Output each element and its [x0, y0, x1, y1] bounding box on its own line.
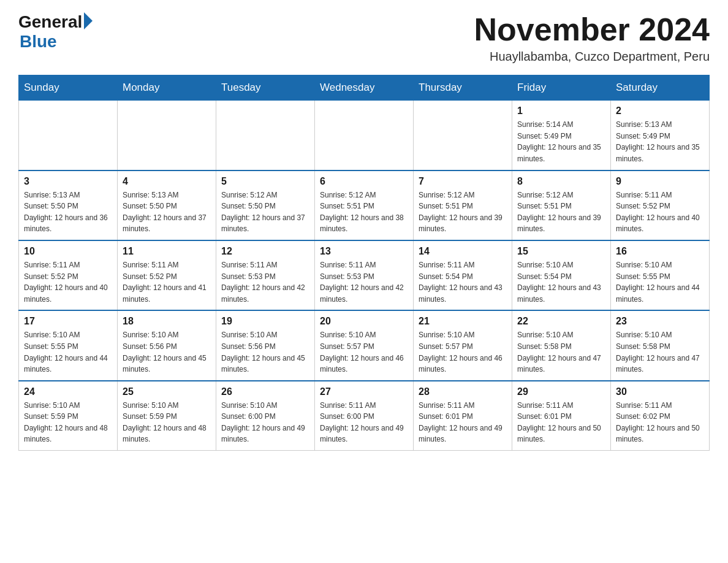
- day-info: Sunrise: 5:11 AM Sunset: 5:52 PM Dayligh…: [123, 259, 211, 305]
- day-info: Sunrise: 5:11 AM Sunset: 5:54 PM Dayligh…: [419, 259, 507, 305]
- table-row: 28Sunrise: 5:11 AM Sunset: 6:01 PM Dayli…: [414, 381, 512, 451]
- day-info: Sunrise: 5:10 AM Sunset: 6:00 PM Dayligh…: [221, 400, 309, 445]
- header-wednesday: Wednesday: [315, 75, 414, 101]
- day-number: 11: [123, 246, 211, 257]
- table-row: 17Sunrise: 5:10 AM Sunset: 5:55 PM Dayli…: [19, 310, 118, 380]
- day-info: Sunrise: 5:11 AM Sunset: 5:52 PM Dayligh…: [616, 190, 704, 235]
- day-info: Sunrise: 5:14 AM Sunset: 5:49 PM Dayligh…: [517, 119, 605, 164]
- day-number: 5: [221, 176, 309, 187]
- table-row: 20Sunrise: 5:10 AM Sunset: 5:57 PM Dayli…: [315, 310, 414, 380]
- table-row: 21Sunrise: 5:10 AM Sunset: 5:57 PM Dayli…: [414, 310, 512, 380]
- table-row: 18Sunrise: 5:10 AM Sunset: 5:56 PM Dayli…: [118, 310, 216, 380]
- table-row: 24Sunrise: 5:10 AM Sunset: 5:59 PM Dayli…: [19, 381, 118, 451]
- table-row: [414, 101, 512, 170]
- day-info: Sunrise: 5:10 AM Sunset: 5:55 PM Dayligh…: [616, 259, 704, 305]
- day-info: Sunrise: 5:11 AM Sunset: 5:53 PM Dayligh…: [320, 259, 408, 305]
- page-header: General Blue November 2024 Huayllabamba,…: [18, 12, 710, 64]
- table-row: 19Sunrise: 5:10 AM Sunset: 5:56 PM Dayli…: [216, 310, 315, 380]
- table-row: 9Sunrise: 5:11 AM Sunset: 5:52 PM Daylig…: [611, 170, 710, 240]
- day-number: 16: [616, 246, 704, 257]
- day-info: Sunrise: 5:10 AM Sunset: 5:55 PM Dayligh…: [24, 329, 112, 375]
- table-row: [216, 101, 315, 170]
- day-number: 22: [517, 316, 605, 327]
- table-row: 7Sunrise: 5:12 AM Sunset: 5:51 PM Daylig…: [414, 170, 512, 240]
- day-number: 4: [123, 176, 211, 187]
- day-number: 27: [320, 386, 408, 397]
- day-number: 10: [24, 246, 112, 257]
- header-thursday: Thursday: [414, 75, 512, 101]
- day-number: 13: [320, 246, 408, 257]
- day-number: 25: [123, 386, 211, 397]
- day-info: Sunrise: 5:12 AM Sunset: 5:51 PM Dayligh…: [320, 190, 408, 235]
- table-row: 11Sunrise: 5:11 AM Sunset: 5:52 PM Dayli…: [118, 240, 216, 310]
- table-row: 22Sunrise: 5:10 AM Sunset: 5:58 PM Dayli…: [512, 310, 611, 380]
- day-info: Sunrise: 5:12 AM Sunset: 5:51 PM Dayligh…: [419, 190, 507, 235]
- logo-blue-text: Blue: [20, 32, 57, 52]
- day-info: Sunrise: 5:12 AM Sunset: 5:51 PM Dayligh…: [517, 190, 605, 235]
- day-number: 17: [24, 316, 112, 327]
- table-row: 6Sunrise: 5:12 AM Sunset: 5:51 PM Daylig…: [315, 170, 414, 240]
- day-number: 21: [419, 316, 507, 327]
- day-number: 23: [616, 316, 704, 327]
- table-row: [118, 101, 216, 170]
- header-friday: Friday: [512, 75, 611, 101]
- table-row: 29Sunrise: 5:11 AM Sunset: 6:01 PM Dayli…: [512, 381, 611, 451]
- day-number: 24: [24, 386, 112, 397]
- table-row: 13Sunrise: 5:11 AM Sunset: 5:53 PM Dayli…: [315, 240, 414, 310]
- day-info: Sunrise: 5:10 AM Sunset: 5:59 PM Dayligh…: [123, 400, 211, 445]
- logo: General Blue: [18, 12, 93, 52]
- table-row: [315, 101, 414, 170]
- logo-triangle-icon: [84, 12, 93, 29]
- day-number: 19: [221, 316, 309, 327]
- day-info: Sunrise: 5:13 AM Sunset: 5:49 PM Dayligh…: [616, 119, 704, 164]
- calendar-week-row: 10Sunrise: 5:11 AM Sunset: 5:52 PM Dayli…: [19, 240, 710, 310]
- calendar-week-row: 17Sunrise: 5:10 AM Sunset: 5:55 PM Dayli…: [19, 310, 710, 380]
- day-info: Sunrise: 5:13 AM Sunset: 5:50 PM Dayligh…: [24, 190, 112, 235]
- day-info: Sunrise: 5:10 AM Sunset: 5:57 PM Dayligh…: [419, 329, 507, 375]
- table-row: [19, 101, 118, 170]
- day-number: 8: [517, 176, 605, 187]
- day-info: Sunrise: 5:11 AM Sunset: 6:01 PM Dayligh…: [419, 400, 507, 445]
- day-info: Sunrise: 5:10 AM Sunset: 5:56 PM Dayligh…: [221, 329, 309, 375]
- calendar-table: Sunday Monday Tuesday Wednesday Thursday…: [18, 75, 710, 451]
- day-info: Sunrise: 5:11 AM Sunset: 6:00 PM Dayligh…: [320, 400, 408, 445]
- header-saturday: Saturday: [611, 75, 710, 101]
- day-info: Sunrise: 5:10 AM Sunset: 5:57 PM Dayligh…: [320, 329, 408, 375]
- day-info: Sunrise: 5:10 AM Sunset: 5:58 PM Dayligh…: [517, 329, 605, 375]
- day-number: 14: [419, 246, 507, 257]
- calendar-header-row: Sunday Monday Tuesday Wednesday Thursday…: [19, 75, 710, 101]
- day-info: Sunrise: 5:12 AM Sunset: 5:50 PM Dayligh…: [221, 190, 309, 235]
- day-number: 7: [419, 176, 507, 187]
- day-number: 20: [320, 316, 408, 327]
- table-row: 30Sunrise: 5:11 AM Sunset: 6:02 PM Dayli…: [611, 381, 710, 451]
- table-row: 4Sunrise: 5:13 AM Sunset: 5:50 PM Daylig…: [118, 170, 216, 240]
- day-info: Sunrise: 5:10 AM Sunset: 5:59 PM Dayligh…: [24, 400, 112, 445]
- day-number: 28: [419, 386, 507, 397]
- table-row: 16Sunrise: 5:10 AM Sunset: 5:55 PM Dayli…: [611, 240, 710, 310]
- table-row: 27Sunrise: 5:11 AM Sunset: 6:00 PM Dayli…: [315, 381, 414, 451]
- day-info: Sunrise: 5:11 AM Sunset: 5:53 PM Dayligh…: [221, 259, 309, 305]
- day-info: Sunrise: 5:10 AM Sunset: 5:58 PM Dayligh…: [616, 329, 704, 375]
- title-area: November 2024 Huayllabamba, Cuzco Depart…: [474, 12, 710, 64]
- day-info: Sunrise: 5:11 AM Sunset: 6:01 PM Dayligh…: [517, 400, 605, 445]
- table-row: 25Sunrise: 5:10 AM Sunset: 5:59 PM Dayli…: [118, 381, 216, 451]
- table-row: 2Sunrise: 5:13 AM Sunset: 5:49 PM Daylig…: [611, 101, 710, 170]
- day-number: 12: [221, 246, 309, 257]
- calendar-week-row: 24Sunrise: 5:10 AM Sunset: 5:59 PM Dayli…: [19, 381, 710, 451]
- logo-general-text: General: [18, 12, 82, 32]
- day-number: 6: [320, 176, 408, 187]
- day-number: 15: [517, 246, 605, 257]
- day-info: Sunrise: 5:13 AM Sunset: 5:50 PM Dayligh…: [123, 190, 211, 235]
- day-info: Sunrise: 5:11 AM Sunset: 5:52 PM Dayligh…: [24, 259, 112, 305]
- month-title: November 2024: [474, 12, 710, 47]
- day-info: Sunrise: 5:10 AM Sunset: 5:54 PM Dayligh…: [517, 259, 605, 305]
- day-number: 9: [616, 176, 704, 187]
- day-number: 2: [616, 105, 704, 117]
- calendar-week-row: 1Sunrise: 5:14 AM Sunset: 5:49 PM Daylig…: [19, 101, 710, 170]
- location-title: Huayllabamba, Cuzco Department, Peru: [474, 50, 710, 64]
- day-info: Sunrise: 5:10 AM Sunset: 5:56 PM Dayligh…: [123, 329, 211, 375]
- table-row: 8Sunrise: 5:12 AM Sunset: 5:51 PM Daylig…: [512, 170, 611, 240]
- calendar-week-row: 3Sunrise: 5:13 AM Sunset: 5:50 PM Daylig…: [19, 170, 710, 240]
- day-number: 30: [616, 386, 704, 397]
- day-info: Sunrise: 5:11 AM Sunset: 6:02 PM Dayligh…: [616, 400, 704, 445]
